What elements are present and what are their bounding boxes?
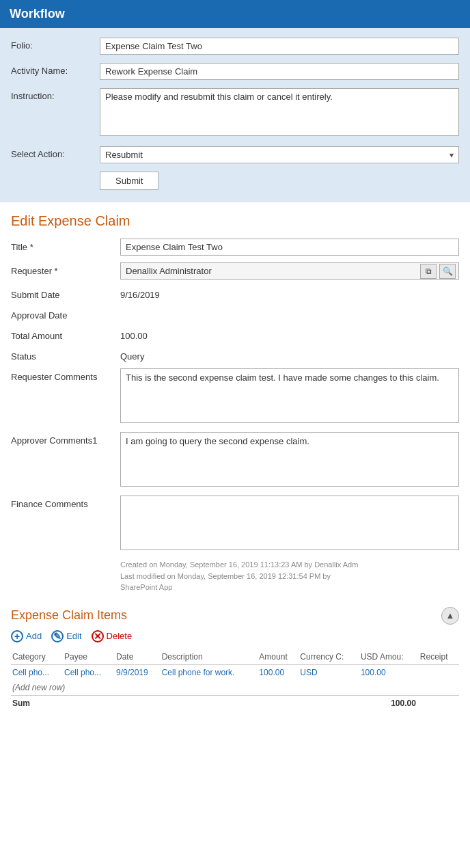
add-new-row-label: (Add new row) bbox=[11, 680, 459, 696]
approver-comments-label: Approver Comments1 bbox=[11, 432, 120, 446]
delete-icon: ✕ bbox=[92, 630, 104, 642]
activity-name-row: Activity Name: bbox=[11, 63, 459, 80]
items-header: Expense Claim Items ▲ bbox=[11, 607, 459, 625]
requester-comments-label: Requester Comments bbox=[11, 368, 120, 382]
instruction-label: Instruction: bbox=[11, 88, 100, 101]
title-field bbox=[120, 239, 459, 256]
table-row[interactable]: Cell pho... Cell pho... 9/9/2019 Cell ph… bbox=[11, 664, 459, 680]
approval-date-label: Approval Date bbox=[11, 307, 120, 321]
add-icon: + bbox=[11, 630, 23, 642]
row-description: Cell phone for work. bbox=[161, 664, 258, 680]
approval-date-value bbox=[120, 307, 459, 310]
expense-claim-items-section: Expense Claim Items ▲ + Add ✎ Edit ✕ Del… bbox=[0, 600, 470, 722]
finance-comments-row: Finance Comments bbox=[11, 496, 459, 552]
status-label: Status bbox=[11, 348, 120, 362]
edit-icon: ✎ bbox=[51, 630, 64, 642]
select-action-row: Select Action: Resubmit Cancel ▾ bbox=[11, 146, 459, 163]
sum-row: Sum 100.00 bbox=[11, 695, 459, 711]
approval-date-row: Approval Date bbox=[11, 307, 459, 321]
delete-button[interactable]: ✕ Delete bbox=[92, 630, 133, 642]
row-amount: 100.00 bbox=[258, 664, 299, 680]
search-icon-button[interactable]: 🔍 bbox=[439, 264, 456, 279]
row-receipt bbox=[419, 664, 459, 680]
col-category: Category bbox=[11, 649, 63, 665]
meta-app: SharePoint App bbox=[120, 582, 459, 593]
folio-label: Folio: bbox=[11, 38, 100, 51]
total-amount-value: 100.00 bbox=[120, 327, 459, 341]
col-usd-amount: USD Amou: bbox=[359, 649, 419, 665]
submit-date-field: 9/16/2019 bbox=[120, 286, 459, 300]
requester-row: Requester * Denallix Administrator ⧉ 🔍 bbox=[11, 262, 459, 280]
add-label: Add bbox=[26, 631, 42, 641]
title-label: Title * bbox=[11, 239, 120, 252]
col-amount: Amount bbox=[258, 649, 299, 665]
edit-button[interactable]: ✎ Edit bbox=[51, 630, 81, 642]
select-action-wrapper: Resubmit Cancel ▾ bbox=[100, 146, 459, 163]
activity-name-label: Activity Name: bbox=[11, 63, 100, 76]
row-date: 9/9/2019 bbox=[115, 664, 161, 680]
instruction-row: Instruction: bbox=[11, 88, 459, 138]
col-description: Description bbox=[161, 649, 258, 665]
items-toolbar: + Add ✎ Edit ✕ Delete bbox=[11, 630, 459, 642]
meta-created: Created on Monday, September 16, 2019 11… bbox=[120, 559, 459, 571]
select-wrapper: Resubmit Cancel ▾ bbox=[100, 146, 459, 163]
requester-label: Requester * bbox=[11, 262, 120, 276]
total-amount-row: Total Amount 100.00 bbox=[11, 327, 459, 341]
delete-label: Delete bbox=[107, 631, 133, 641]
add-new-row[interactable]: (Add new row) bbox=[11, 680, 459, 696]
action-select[interactable]: Resubmit Cancel bbox=[100, 146, 459, 163]
title-row: Title * bbox=[11, 239, 459, 256]
title-input[interactable] bbox=[120, 239, 459, 256]
submit-row: Submit bbox=[11, 172, 459, 190]
folio-value-wrapper bbox=[100, 38, 459, 55]
requester-wrapper: Denallix Administrator ⧉ 🔍 bbox=[120, 262, 459, 280]
approver-comments-row: Approver Comments1 bbox=[11, 432, 459, 489]
workflow-body: Folio: Activity Name: Instruction: Selec… bbox=[0, 28, 470, 202]
finance-comments-field bbox=[120, 496, 459, 552]
requester-value: Denallix Administrator bbox=[121, 263, 417, 279]
add-button[interactable]: + Add bbox=[11, 630, 42, 642]
instruction-value-wrapper bbox=[100, 88, 459, 138]
approver-comments-textarea[interactable] bbox=[120, 432, 459, 487]
table-header-row: Category Payee Date Description Amount C… bbox=[11, 649, 459, 665]
submit-date-value: 9/16/2019 bbox=[120, 286, 459, 300]
finance-comments-label: Finance Comments bbox=[11, 496, 120, 509]
row-payee: Cell pho... bbox=[63, 664, 115, 680]
folio-input[interactable] bbox=[100, 38, 459, 55]
approval-date-field bbox=[120, 307, 459, 310]
row-usd-amount: 100.00 bbox=[359, 664, 419, 680]
meta-modified: Last modified on Monday, September 16, 2… bbox=[120, 571, 459, 582]
col-payee: Payee bbox=[63, 649, 115, 665]
col-date: Date bbox=[115, 649, 161, 665]
row-category: Cell pho... bbox=[11, 664, 63, 680]
edit-section-title: Edit Expense Claim bbox=[11, 213, 459, 229]
form-meta: Created on Monday, September 16, 2019 11… bbox=[11, 559, 459, 593]
requester-comments-row: Requester Comments bbox=[11, 368, 459, 425]
col-receipt: Receipt bbox=[419, 649, 459, 665]
submit-button[interactable]: Submit bbox=[100, 172, 158, 190]
finance-comments-textarea[interactable] bbox=[120, 496, 459, 550]
status-row: Status Query bbox=[11, 348, 459, 362]
status-value: Query bbox=[120, 348, 459, 362]
activity-name-value-wrapper bbox=[100, 63, 459, 80]
sum-empty bbox=[419, 695, 459, 711]
select-action-label: Select Action: bbox=[11, 146, 100, 159]
approver-comments-field bbox=[120, 432, 459, 489]
folio-row: Folio: bbox=[11, 38, 459, 55]
activity-name-input[interactable] bbox=[100, 63, 459, 80]
instruction-textarea[interactable] bbox=[100, 88, 459, 136]
requester-comments-textarea[interactable] bbox=[120, 368, 459, 423]
copy-icon-button[interactable]: ⧉ bbox=[420, 264, 437, 279]
total-amount-field: 100.00 bbox=[120, 327, 459, 341]
edit-expense-claim-section: Edit Expense Claim Title * Requester * D… bbox=[0, 202, 470, 600]
items-title: Expense Claim Items bbox=[11, 608, 127, 623]
status-field: Query bbox=[120, 348, 459, 362]
row-currency: USD bbox=[299, 664, 359, 680]
requester-comments-field bbox=[120, 368, 459, 425]
submit-date-row: Submit Date 9/16/2019 bbox=[11, 286, 459, 300]
workflow-header: Workflow bbox=[0, 0, 470, 28]
collapse-button[interactable]: ▲ bbox=[441, 607, 459, 625]
workflow-section: Workflow Folio: Activity Name: Instructi… bbox=[0, 0, 470, 202]
sum-value: 100.00 bbox=[359, 695, 419, 711]
workflow-title: Workflow bbox=[10, 7, 65, 21]
